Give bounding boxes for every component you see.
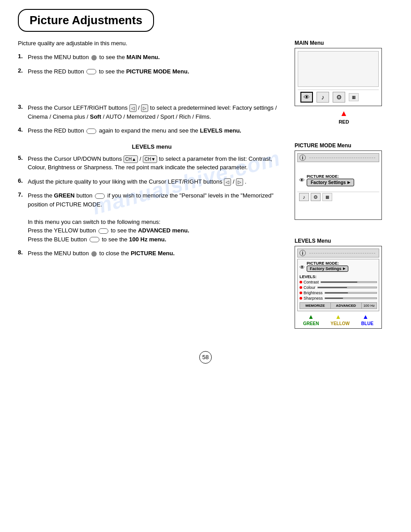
step-2: 2. Press the RED button to see the PICTU… bbox=[18, 67, 286, 76]
lv-advanced-btn[interactable]: ADVANCED bbox=[331, 303, 362, 309]
cursor-right-icon: ▷ bbox=[141, 104, 148, 112]
pm-factory-btn[interactable]: Factory Settings bbox=[307, 179, 354, 186]
pm-top-bar: i bbox=[297, 153, 379, 162]
red-arrow-indicator: ▲ bbox=[295, 109, 393, 118]
blue-arrow: ▲ bbox=[363, 313, 369, 320]
pm-mode-content: PICTURE MODE: Factory Settings bbox=[307, 174, 354, 186]
lv-info-icon: i bbox=[300, 250, 306, 256]
lv-param-brightness-label: Brightness bbox=[304, 291, 323, 295]
main-menu-diagram: 👁 ♪ ⚙ ▦ bbox=[295, 48, 382, 106]
levels-section-title: LEVELS menu bbox=[18, 143, 286, 150]
main-menu-icons-row: 👁 ♪ ⚙ ▦ bbox=[298, 90, 379, 104]
right-column: MAIN Menu 👁 ♪ ⚙ ▦ ▲ RED PICTURE MODE Men… bbox=[295, 40, 393, 338]
menu-button-2-icon bbox=[91, 251, 97, 257]
lv-param-brightness: Brightness bbox=[300, 291, 377, 295]
title-box: Picture Adjustments bbox=[18, 9, 154, 32]
blue-button-icon bbox=[90, 237, 99, 242]
pm-bottom-icons: ♪ ⚙ ▦ bbox=[297, 192, 379, 202]
lv-eye-icon: 👁 bbox=[300, 264, 305, 270]
main-menu-section: MAIN Menu 👁 ♪ ⚙ ▦ ▲ RED bbox=[295, 40, 393, 124]
step-1: 1. Press the MENU button to see the MAIN… bbox=[18, 53, 286, 62]
pm-bottom-icon-settings: ⚙ bbox=[311, 193, 321, 201]
lv-color-labels: GREEN YELLOW BLUE bbox=[297, 321, 379, 326]
levels-menu-section: LEVELS Menu i 👁 PICTURE MODE: Factory Se… bbox=[295, 238, 393, 329]
lv-dot-colour bbox=[300, 286, 302, 289]
red-label: RED bbox=[295, 119, 393, 124]
lv-top-bar: i bbox=[297, 249, 379, 257]
red-button-2-icon bbox=[86, 129, 96, 134]
lv-hz-btn[interactable]: 100 Hz bbox=[362, 303, 377, 309]
left-column: Picture quality are adjustable in this m… bbox=[18, 40, 286, 338]
pm-mode-row: 👁 PICTURE MODE: Factory Settings bbox=[299, 174, 377, 186]
yellow-arrow: ▲ bbox=[335, 313, 342, 320]
lv-param-colour: Colour bbox=[300, 285, 377, 290]
menu-icon-eye: 👁 bbox=[300, 92, 313, 103]
pm-eye-icon: 👁 bbox=[299, 177, 305, 184]
page-title: Picture Adjustments bbox=[30, 13, 142, 27]
page-number-area: 58 bbox=[18, 351, 393, 364]
page-number: 58 bbox=[199, 351, 212, 364]
lv-param-sharpness-label: Sharpness bbox=[304, 296, 323, 300]
lv-dot-sharpness bbox=[300, 297, 302, 300]
lv-slider-contrast bbox=[321, 281, 377, 283]
step-7: 7. Press the GREEN button if you wish to… bbox=[18, 191, 286, 244]
pm-body: 👁 PICTURE MODE: Factory Settings bbox=[297, 172, 379, 190]
lv-dot-contrast bbox=[300, 281, 302, 283]
intro-text: Picture quality are adjustable in this m… bbox=[18, 40, 286, 47]
ch-down-icon: CH▼ bbox=[143, 155, 157, 163]
pm-mode-label: PICTURE MODE: bbox=[307, 174, 354, 179]
cursor-left-2-icon: ◁ bbox=[224, 178, 231, 186]
lv-slider-brightness bbox=[325, 292, 377, 294]
step-4: 4. Press the RED button again to expand … bbox=[18, 126, 286, 135]
lv-dot-brightness bbox=[300, 292, 302, 294]
lv-green-label: GREEN bbox=[303, 321, 319, 326]
red-button-icon bbox=[86, 69, 96, 74]
lv-param-contrast: Contrast bbox=[300, 280, 377, 284]
lv-slider-colour bbox=[317, 287, 377, 288]
green-button-icon bbox=[95, 193, 105, 199]
main-menu-label: MAIN Menu bbox=[295, 40, 393, 46]
menu-icon-music: ♪ bbox=[317, 92, 329, 103]
ch-up-icon: CH▲ bbox=[124, 155, 138, 163]
pm-bottom-icon-extra: ▦ bbox=[322, 193, 332, 201]
pm-dots bbox=[309, 158, 375, 158]
lv-param-colour-label: Colour bbox=[304, 285, 316, 290]
main-menu-screen bbox=[298, 51, 379, 87]
lv-param-sharpness: Sharpness bbox=[300, 296, 377, 300]
pm-info-icon: i bbox=[300, 154, 306, 161]
lv-blue-label: BLUE bbox=[361, 321, 373, 326]
lv-yellow-label: YELLOW bbox=[330, 321, 350, 326]
cursor-right-2-icon: ▷ bbox=[236, 178, 243, 186]
step-8: 8. Press the MENU button to close the PI… bbox=[18, 249, 286, 258]
step-3: 3. Press the Cursor LEFT/RIGHT buttons ◁… bbox=[18, 103, 286, 121]
menu-button-icon bbox=[91, 55, 97, 60]
picture-mode-label: PICTURE MODE Menu bbox=[295, 142, 393, 149]
yellow-button-icon bbox=[98, 228, 108, 234]
pm-bottom-icon-music: ♪ bbox=[299, 193, 309, 201]
menu-icon-extra: ▦ bbox=[349, 93, 359, 101]
green-arrow: ▲ bbox=[308, 313, 314, 320]
lv-levels-label: LEVELS: bbox=[300, 275, 377, 279]
menu-icon-settings: ⚙ bbox=[333, 92, 345, 103]
lv-mode-content: PICTURE MODE: Factory Settings bbox=[307, 261, 348, 274]
picture-mode-diagram: i 👁 PICTURE MODE: Factory Settings ♪ bbox=[295, 150, 382, 220]
lv-dots bbox=[309, 253, 375, 253]
lv-param-contrast-label: Contrast bbox=[304, 280, 319, 284]
lv-bottom-bar: MEMORIZE ADVANCED 100 Hz bbox=[300, 302, 377, 309]
levels-diagram: i 👁 PICTURE MODE: Factory Settings LEVEL… bbox=[295, 246, 382, 329]
cursor-left-icon: ◁ bbox=[129, 104, 137, 112]
lv-picture-mode-label: PICTURE MODE: bbox=[307, 261, 348, 266]
lv-factory-btn: Factory Settings bbox=[307, 266, 348, 272]
lv-memorize-btn[interactable]: MEMORIZE bbox=[300, 303, 331, 309]
levels-menu-label: LEVELS Menu bbox=[295, 238, 393, 244]
picture-mode-section: PICTURE MODE Menu i 👁 PICTURE MODE: Fact… bbox=[295, 142, 393, 220]
pm-spacer bbox=[297, 163, 379, 172]
step-6: 6. Adjust the picture quality to your li… bbox=[18, 177, 286, 186]
lv-body: 👁 PICTURE MODE: Factory Settings LEVELS:… bbox=[297, 259, 379, 311]
step-5: 5. Press the Cursor UP/DOWN buttons CH▲ … bbox=[18, 154, 286, 172]
lv-slider-sharpness bbox=[325, 297, 377, 299]
